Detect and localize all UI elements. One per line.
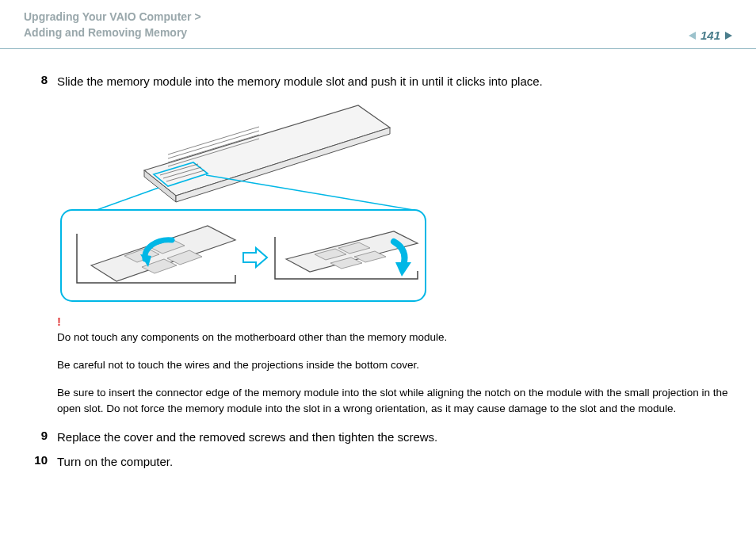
step-number: 9 <box>24 429 48 442</box>
breadcrumb: Upgrading Your VAIO Computer > Adding an… <box>24 10 732 40</box>
document-page: Upgrading Your VAIO Computer > Adding an… <box>0 0 756 534</box>
warning-text-2: Be careful not to touch the wires and th… <box>57 357 732 374</box>
svg-line-11 <box>97 188 158 210</box>
step-8: 8 Slide the memory module into the memor… <box>24 73 732 91</box>
page-content: 8 Slide the memory module into the memor… <box>0 49 756 485</box>
warning-mark-icon: ! <box>57 315 732 328</box>
warning-text-3: Be sure to insert the connector edge of … <box>57 385 732 418</box>
step-number: 8 <box>24 73 48 86</box>
prev-page-icon[interactable] <box>689 32 696 40</box>
figure-memory-install <box>57 99 732 305</box>
page-number: 141 <box>701 29 720 42</box>
page-nav: 141 <box>689 29 732 42</box>
step-text: Slide the memory module into the memory … <box>48 73 543 91</box>
next-page-icon[interactable] <box>725 32 732 40</box>
illustration-svg <box>57 99 430 305</box>
step-number: 10 <box>24 453 48 467</box>
svg-line-12 <box>206 175 414 210</box>
warning-text-1: Do not touch any components on the mothe… <box>57 330 732 346</box>
step-9: 9 Replace the cover and the removed scre… <box>24 429 732 447</box>
step-text: Turn on the computer. <box>48 453 173 471</box>
breadcrumb-line-1: Upgrading Your VAIO Computer > <box>24 10 732 25</box>
page-header: Upgrading Your VAIO Computer > Adding an… <box>0 0 756 49</box>
warning-block: ! Do not touch any components on the mot… <box>57 315 732 418</box>
step-text: Replace the cover and the removed screws… <box>48 429 437 447</box>
breadcrumb-line-2: Adding and Removing Memory <box>24 25 732 41</box>
step-10: 10 Turn on the computer. <box>24 453 732 471</box>
